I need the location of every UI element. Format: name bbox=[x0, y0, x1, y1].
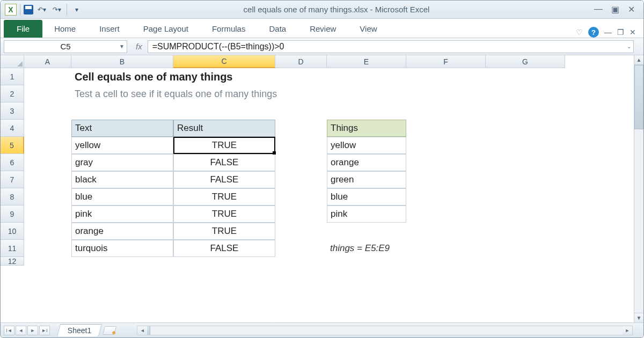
cell-text[interactable]: pink bbox=[71, 205, 173, 223]
vertical-scrollbar[interactable]: ▲ ▼ bbox=[634, 55, 643, 322]
cell[interactable] bbox=[71, 102, 173, 120]
row-header[interactable]: 4 bbox=[1, 120, 24, 137]
cell[interactable] bbox=[275, 223, 327, 240]
cell-things[interactable]: orange bbox=[327, 154, 406, 171]
cell-things[interactable]: pink bbox=[327, 205, 406, 223]
scroll-thumb[interactable] bbox=[634, 65, 643, 129]
row-header[interactable]: 1 bbox=[1, 68, 24, 85]
cell[interactable] bbox=[275, 240, 327, 257]
col-header-g[interactable]: G bbox=[486, 55, 565, 68]
table-header-result[interactable]: Result bbox=[173, 120, 275, 137]
tab-page-layout[interactable]: Page Layout bbox=[131, 20, 200, 38]
subheading[interactable]: Test a cell to see if it equals one of m… bbox=[71, 85, 486, 102]
col-header-c[interactable]: C bbox=[173, 55, 275, 68]
cell[interactable] bbox=[486, 205, 565, 223]
cell[interactable] bbox=[486, 137, 565, 154]
cell[interactable] bbox=[406, 223, 486, 240]
cell[interactable] bbox=[275, 171, 327, 188]
cell[interactable] bbox=[327, 257, 406, 266]
cell[interactable] bbox=[406, 240, 486, 257]
row-header[interactable]: 11 bbox=[1, 240, 24, 257]
cell[interactable] bbox=[486, 188, 565, 205]
row-header[interactable]: 10 bbox=[1, 223, 24, 240]
save-icon[interactable] bbox=[24, 5, 33, 14]
horizontal-scrollbar[interactable]: ◄ ► bbox=[137, 326, 633, 335]
table-header-things[interactable]: Things bbox=[327, 120, 406, 137]
cell-text[interactable]: yellow bbox=[71, 137, 173, 154]
tab-view[interactable]: View bbox=[348, 20, 389, 38]
cell[interactable] bbox=[24, 154, 71, 171]
grid[interactable]: A B C D E F G 1 Cell equals one of many … bbox=[1, 55, 643, 266]
col-header-b[interactable]: B bbox=[71, 55, 173, 68]
cell[interactable] bbox=[24, 188, 71, 205]
cell-things[interactable]: green bbox=[327, 171, 406, 188]
cell-text[interactable]: blue bbox=[71, 188, 173, 205]
row-header[interactable]: 2 bbox=[1, 85, 24, 102]
expand-formula-icon[interactable]: ⌄ bbox=[627, 43, 631, 49]
cell[interactable] bbox=[486, 257, 565, 266]
cell-text[interactable]: gray bbox=[71, 154, 173, 171]
col-header-a[interactable]: A bbox=[24, 55, 71, 68]
cell[interactable] bbox=[24, 85, 71, 102]
row-header[interactable]: 6 bbox=[1, 154, 24, 171]
cell[interactable] bbox=[406, 205, 486, 223]
table-header-text[interactable]: Text bbox=[71, 120, 173, 137]
cell[interactable] bbox=[24, 171, 71, 188]
cell-result[interactable]: TRUE bbox=[173, 223, 275, 240]
tab-insert[interactable]: Insert bbox=[87, 20, 131, 38]
cell-text[interactable]: turquois bbox=[71, 240, 173, 257]
cell[interactable] bbox=[275, 154, 327, 171]
cell[interactable] bbox=[24, 102, 71, 120]
cell[interactable] bbox=[406, 171, 486, 188]
scroll-up-icon[interactable]: ▲ bbox=[634, 55, 643, 65]
formula-input[interactable]: =SUMPRODUCT(--(B5=things))>0 ⌄ bbox=[148, 40, 634, 53]
file-tab[interactable]: File bbox=[4, 20, 42, 38]
prev-sheet-icon[interactable]: ◄ bbox=[16, 326, 26, 335]
cell[interactable] bbox=[275, 120, 327, 137]
workbook-minimize-icon[interactable]: ― bbox=[604, 28, 612, 36]
new-sheet-icon[interactable] bbox=[103, 326, 116, 335]
col-header-f[interactable]: F bbox=[406, 55, 486, 68]
first-sheet-icon[interactable]: I◄ bbox=[4, 326, 14, 335]
cell[interactable] bbox=[486, 154, 565, 171]
cell[interactable] bbox=[173, 102, 275, 120]
cell[interactable] bbox=[406, 68, 486, 85]
workbook-restore-icon[interactable]: ❐ bbox=[617, 28, 624, 36]
cell[interactable] bbox=[406, 154, 486, 171]
cell[interactable] bbox=[24, 240, 71, 257]
cell[interactable] bbox=[275, 205, 327, 223]
cell[interactable] bbox=[406, 137, 486, 154]
cell[interactable] bbox=[24, 137, 71, 154]
cell[interactable] bbox=[173, 257, 275, 266]
cell[interactable] bbox=[486, 85, 565, 102]
minimize-icon[interactable]: ― bbox=[594, 4, 603, 14]
next-sheet-icon[interactable]: ► bbox=[27, 326, 38, 335]
cell-result[interactable]: FALSE bbox=[173, 240, 275, 257]
cell[interactable] bbox=[24, 68, 71, 85]
cell[interactable] bbox=[275, 137, 327, 154]
close-icon[interactable]: ✕ bbox=[628, 4, 635, 14]
row-header[interactable]: 7 bbox=[1, 171, 24, 188]
row-header[interactable]: 12 bbox=[1, 257, 24, 266]
undo-icon[interactable]: ↶▾ bbox=[35, 4, 48, 16]
cell-text[interactable]: black bbox=[71, 171, 173, 188]
scroll-right-icon[interactable]: ► bbox=[623, 326, 632, 335]
row-header[interactable]: 5 bbox=[1, 137, 24, 154]
cell[interactable] bbox=[406, 257, 486, 266]
cell[interactable] bbox=[24, 120, 71, 137]
row-header[interactable]: 3 bbox=[1, 102, 24, 120]
cell[interactable] bbox=[406, 120, 486, 137]
cell-result[interactable]: TRUE bbox=[173, 205, 275, 223]
help-icon[interactable]: ? bbox=[588, 27, 599, 38]
select-all-corner[interactable] bbox=[1, 55, 24, 68]
chevron-down-icon[interactable]: ▼ bbox=[119, 43, 125, 49]
cell[interactable] bbox=[327, 102, 406, 120]
row-header[interactable]: 8 bbox=[1, 188, 24, 205]
tab-home[interactable]: Home bbox=[42, 20, 87, 38]
cell[interactable] bbox=[486, 223, 565, 240]
tab-review[interactable]: Review bbox=[298, 20, 348, 38]
ribbon-min-icon[interactable]: ♡ bbox=[576, 28, 583, 36]
cell[interactable] bbox=[24, 205, 71, 223]
excel-icon[interactable]: X bbox=[5, 4, 17, 16]
qat-customize-icon[interactable]: ▾ bbox=[70, 4, 83, 16]
